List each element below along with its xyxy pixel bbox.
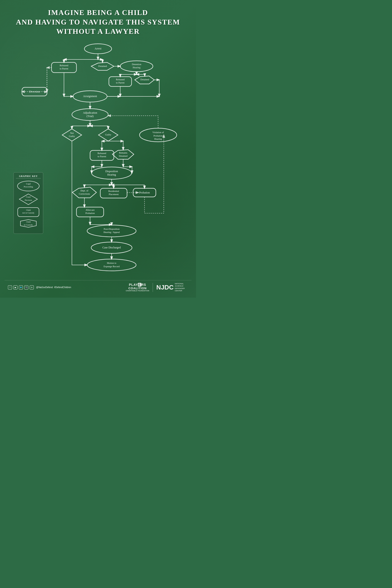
svg-text:Not: Not [70, 132, 74, 134]
svg-text:Dept. of: Dept. of [80, 190, 88, 192]
svg-text:Arraignment: Arraignment [83, 94, 97, 98]
svg-text:Placement: Placement [109, 193, 119, 196]
svg-text:Hearing / Appeal: Hearing / Appeal [104, 231, 120, 234]
svg-text:Post-Disposition: Post-Disposition [104, 228, 120, 230]
detained-1-node: Detained [91, 62, 114, 70]
social-handle: @NatJuvDefend [36, 286, 53, 288]
logos-section: PLAYERS COALITION CHARITABLE FOUNDATION … [126, 283, 188, 292]
arraignment-node: Arraignment [73, 91, 107, 102]
svg-text:Residential: Residential [108, 190, 119, 192]
svg-text:Detained: Detained [98, 65, 107, 68]
njdc-logo: NJDC NATIONAL JUVENILE DEFENDER CENTER [156, 283, 188, 292]
svg-text:Probation: Probation [139, 191, 150, 194]
post-disposition-node: Post-Disposition Hearing / Appeal [87, 225, 136, 237]
svg-text:to Parent: to Parent [116, 82, 124, 84]
not-guilty-node: Not Guilty [62, 129, 82, 141]
instagram-icon[interactable]: 📷 [24, 286, 28, 290]
title-section: IMAGINE BEING A CHILD AND HAVING TO NAVI… [4, 4, 192, 38]
social-section: f ▶ 🐦 📷 in @NatJuvDefend #DefendChildren [8, 286, 71, 290]
svg-text:Legal: Legal [26, 182, 31, 185]
players-coalition-logo: PLAYERS COALITION CHARITABLE FOUNDATION [126, 283, 149, 292]
residential-placement-node: Residential Placement [100, 188, 127, 198]
svg-text:Aftercare: Aftercare [86, 209, 94, 211]
probation-node: Probation [133, 188, 156, 197]
svg-text:Adjudication: Adjudication [83, 111, 97, 114]
svg-marker-34 [112, 150, 134, 159]
svg-text:Case Discharged: Case Discharged [102, 246, 121, 249]
adjudication-node: Adjudication (Trial) [72, 109, 108, 120]
svg-text:Child: Child [26, 209, 31, 211]
svg-text:to Parent: to Parent [60, 68, 68, 70]
svg-text:Released: Released [98, 152, 106, 154]
svg-text:Probation: Probation [154, 134, 163, 137]
svg-text:to Parent: to Parent [98, 155, 106, 158]
svg-text:Released: Released [116, 78, 125, 81]
dept-corrections-node: Dept. of Corrections [72, 187, 96, 198]
facebook-icon[interactable]: f [8, 286, 12, 290]
remains-detained-node: Remains Detained [112, 150, 134, 159]
detention-hearing-node: Detention Hearing [120, 61, 153, 72]
svg-text:(Trial): (Trial) [87, 114, 94, 118]
svg-text:Released: Released [60, 64, 68, 67]
svg-text:Expunge Record: Expunge Record [104, 265, 120, 268]
released-parent-3-node: Released to Parent [90, 150, 114, 160]
detained-2-node: Detained [135, 76, 154, 84]
svg-text:Detained: Detained [140, 78, 149, 81]
svg-text:Hearing: Hearing [154, 138, 162, 140]
flowchart-svg: .node-text { font-family: 'Chalkboard SE… [10, 41, 186, 279]
svg-text:Hearing: Hearing [133, 66, 141, 69]
svg-text:Guilty: Guilty [69, 135, 75, 138]
svg-text:Motion to: Motion to [107, 262, 116, 264]
flowchart-area: .node-text { font-family: 'Chalkboard SE… [4, 38, 192, 279]
youtube-icon[interactable]: ▶ [14, 286, 18, 290]
svg-text:in Custody: in Custody [24, 224, 33, 226]
svg-text:Court: Court [26, 196, 31, 198]
svg-text:Disposition: Disposition [105, 170, 118, 173]
aftercare-probation-node: Aftercare Probation [76, 207, 104, 217]
case-discharged-node: Case Discharged [91, 242, 132, 254]
released-parent-1-node: Released to Parent [52, 62, 76, 72]
linkedin-icon[interactable]: in [30, 286, 34, 290]
svg-text:Hearing: Hearing [107, 173, 116, 176]
disposition-hearing-node: Disposition Hearing [92, 167, 132, 179]
svg-text:Guilty: Guilty [105, 134, 112, 136]
footer: f ▶ 🐦 📷 in @NatJuvDefend #DefendChildren… [4, 280, 192, 293]
hashtag: #DefendChildren [54, 286, 71, 288]
released-parent-2-node: Released to Parent [109, 77, 132, 86]
svg-text:Decision: Decision [25, 199, 32, 201]
svg-text:Proceeding: Proceeding [24, 186, 33, 188]
svg-text:Detention: Detention [132, 63, 141, 66]
svg-text:GRAPHIC KEY: GRAPHIC KEY [19, 175, 38, 178]
svg-text:Remains: Remains [119, 152, 128, 154]
violation-probation-node: Violation of Probation Hearing [140, 128, 177, 142]
motion-expunge-node: Motion to Expunge Record [87, 259, 136, 271]
svg-text:Probation: Probation [86, 212, 95, 214]
guilty-node: Guilty [98, 129, 118, 141]
svg-text:not in Custody: not in Custody [22, 212, 34, 214]
poster: IMAGINE BEING A CHILD AND HAVING TO NAVI… [0, 0, 196, 298]
arrest-node: Arrest [84, 44, 112, 54]
svg-text:Detained: Detained [119, 155, 128, 157]
svg-text:Violation of: Violation of [152, 131, 164, 134]
svg-text:Corrections: Corrections [79, 192, 90, 195]
graphic-key: GRAPHIC KEY Legal Proceeding Court Decis… [14, 172, 43, 234]
svg-point-56 [87, 259, 136, 271]
svg-text:Child: Child [26, 221, 31, 223]
twitter-icon[interactable]: 🐦 [19, 286, 23, 290]
title-text: IMAGINE BEING A CHILD AND HAVING TO NAVI… [9, 8, 187, 36]
svg-text:Arrest: Arrest [94, 47, 102, 50]
